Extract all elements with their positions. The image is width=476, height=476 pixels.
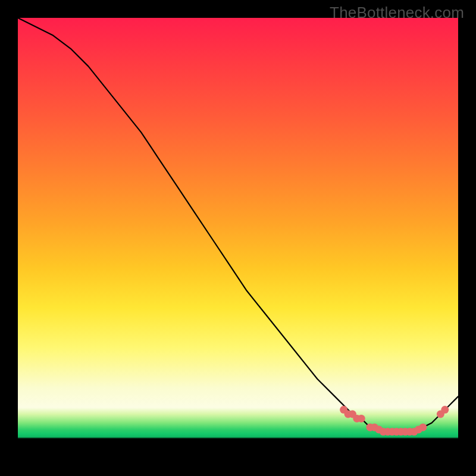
data-point-marker [437, 411, 444, 418]
series-markers [340, 406, 449, 436]
data-point-marker [402, 428, 409, 436]
data-point-marker [367, 424, 374, 431]
chart-frame: TheBottleneck.com [0, 0, 476, 476]
series-line [18, 18, 458, 432]
data-point-marker [358, 415, 365, 422]
data-point-marker [411, 428, 418, 436]
data-point-marker [389, 428, 396, 436]
data-point-marker [349, 411, 356, 418]
data-point-marker [393, 428, 400, 436]
data-point-marker [441, 406, 449, 414]
data-point-marker [345, 411, 352, 418]
data-point-marker [397, 428, 405, 436]
data-point-marker [384, 428, 392, 436]
data-point-marker [340, 406, 347, 414]
data-point-marker [371, 424, 378, 431]
plot-area [18, 18, 458, 458]
data-point-marker [406, 428, 414, 436]
data-point-marker [415, 425, 422, 433]
data-point-marker [419, 424, 427, 431]
data-point-marker [380, 428, 387, 436]
chart-svg [18, 18, 458, 458]
data-point-marker [375, 425, 383, 433]
data-point-marker [353, 415, 361, 422]
